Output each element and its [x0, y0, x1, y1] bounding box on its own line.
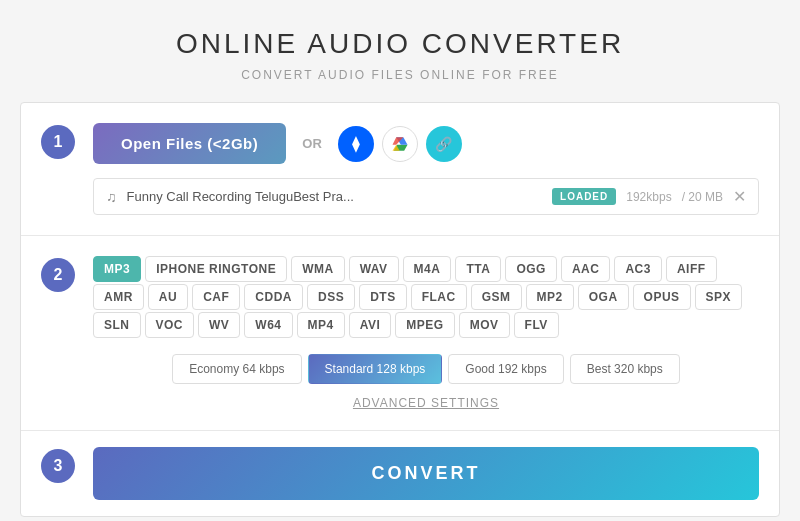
format-btn-au[interactable]: AU: [148, 284, 188, 310]
format-btn-oga[interactable]: OGA: [578, 284, 629, 310]
gdrive-icon: [390, 134, 410, 154]
format-btn-ogg[interactable]: OGG: [505, 256, 557, 282]
format-btn-ac3[interactable]: AC3: [614, 256, 662, 282]
format-btn-mpeg[interactable]: MPEG: [395, 312, 454, 338]
cloud-icons-row: ⧫ 🔗: [338, 126, 462, 162]
file-size: / 20 MB: [682, 190, 723, 204]
open-files-button[interactable]: Open Files (<2Gb): [93, 123, 286, 164]
section-2: 2 MP3IPHONE RINGTONEWMAWAVM4ATTAOGGAACAC…: [21, 236, 779, 431]
dropbox-button[interactable]: ⧫: [338, 126, 374, 162]
main-container: 1 Open Files (<2Gb) OR ⧫: [20, 102, 780, 517]
format-btn-wma[interactable]: WMA: [291, 256, 345, 282]
format-btn-mov[interactable]: MOV: [459, 312, 510, 338]
format-btn-wv[interactable]: WV: [198, 312, 240, 338]
format-btn-opus[interactable]: OPUS: [633, 284, 691, 310]
format-btn-mp2[interactable]: MP2: [526, 284, 574, 310]
format-btn-spx[interactable]: SPX: [695, 284, 743, 310]
section-3: 3 CONVERT: [21, 431, 779, 516]
format-btn-flv[interactable]: FLV: [514, 312, 559, 338]
quality-row: Economy 64 kbpsStandard 128 kbpsGood 192…: [93, 354, 759, 384]
format-btn-sln[interactable]: SLN: [93, 312, 141, 338]
loaded-badge: LOADED: [552, 188, 616, 205]
file-name: Funny Call Recording TeluguBest Pra...: [127, 189, 543, 204]
file-icon: ♫: [106, 189, 117, 205]
format-btn-aiff[interactable]: AIFF: [666, 256, 717, 282]
file-bitrate: 192kbps: [626, 190, 671, 204]
format-btn-avi[interactable]: AVI: [349, 312, 392, 338]
quality-btn-3[interactable]: Best 320 kbps: [570, 354, 680, 384]
section-1: 1 Open Files (<2Gb) OR ⧫: [21, 103, 779, 236]
format-btn-caf[interactable]: CAF: [192, 284, 240, 310]
format-btn-tta[interactable]: TTA: [455, 256, 501, 282]
quality-btn-0[interactable]: Economy 64 kbps: [172, 354, 301, 384]
format-btn-dss[interactable]: DSS: [307, 284, 355, 310]
format-btn-aac[interactable]: AAC: [561, 256, 611, 282]
format-btn-mp3[interactable]: MP3: [93, 256, 141, 282]
format-btn-cdda[interactable]: CDDA: [244, 284, 303, 310]
section-1-content: Open Files (<2Gb) OR ⧫: [93, 123, 759, 215]
format-btn-m4a[interactable]: M4A: [403, 256, 452, 282]
link-icon: 🔗: [435, 136, 452, 152]
format-btn-iphone-ringtone[interactable]: IPHONE RINGTONE: [145, 256, 287, 282]
advanced-settings-link[interactable]: ADVANCED SETTINGS: [93, 396, 759, 410]
format-btn-mp4[interactable]: MP4: [297, 312, 345, 338]
dropbox-icon: ⧫: [352, 134, 360, 153]
quality-btn-2[interactable]: Good 192 kbps: [448, 354, 563, 384]
format-grid: MP3IPHONE RINGTONEWMAWAVM4ATTAOGGAACAC3A…: [93, 256, 759, 338]
or-label: OR: [302, 136, 322, 151]
format-btn-wav[interactable]: WAV: [349, 256, 399, 282]
quality-btn-1[interactable]: Standard 128 kbps: [308, 354, 443, 384]
format-btn-voc[interactable]: VOC: [145, 312, 195, 338]
section-3-content: CONVERT: [93, 447, 759, 500]
page-subtitle: CONVERT AUDIO FILES ONLINE FOR FREE: [20, 68, 780, 82]
format-btn-flac[interactable]: FLAC: [411, 284, 467, 310]
close-file-button[interactable]: ✕: [733, 187, 746, 206]
convert-button[interactable]: CONVERT: [93, 447, 759, 500]
format-btn-gsm[interactable]: GSM: [471, 284, 522, 310]
page-header: ONLINE AUDIO CONVERTER CONVERT AUDIO FIL…: [0, 0, 800, 92]
section-2-content: MP3IPHONE RINGTONEWMAWAVM4ATTAOGGAACAC3A…: [93, 256, 759, 410]
format-btn-dts[interactable]: DTS: [359, 284, 407, 310]
page-title: ONLINE AUDIO CONVERTER: [20, 28, 780, 60]
format-btn-w64[interactable]: W64: [244, 312, 292, 338]
format-btn-amr[interactable]: AMR: [93, 284, 144, 310]
section-number-2: 2: [41, 258, 75, 292]
section-number-1: 1: [41, 125, 75, 159]
file-row: ♫ Funny Call Recording TeluguBest Pra...…: [93, 178, 759, 215]
link-button[interactable]: 🔗: [426, 126, 462, 162]
section-1-top: Open Files (<2Gb) OR ⧫: [93, 123, 759, 164]
section-number-3: 3: [41, 449, 75, 483]
gdrive-button[interactable]: [382, 126, 418, 162]
